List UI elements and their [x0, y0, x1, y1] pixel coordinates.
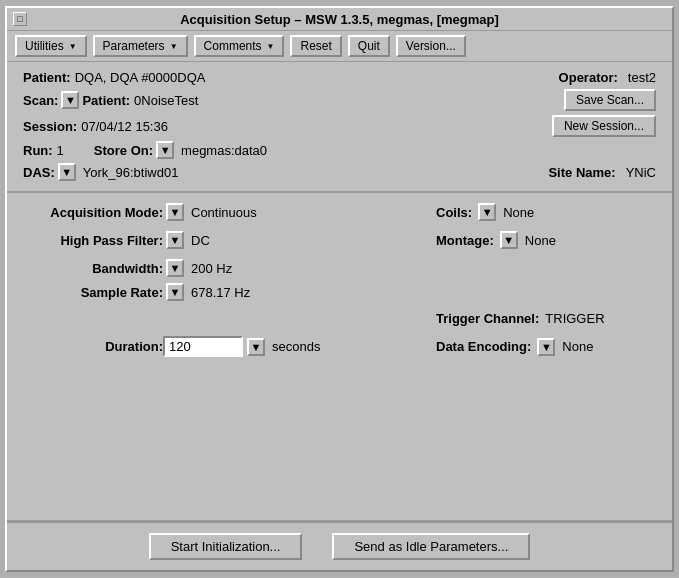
- version-button[interactable]: Version...: [396, 35, 466, 57]
- session-label: Session:: [23, 119, 77, 134]
- scan-patient-value: 0NoiseTest: [134, 93, 198, 108]
- duration-input[interactable]: [163, 336, 243, 357]
- data-encoding-value: None: [562, 339, 593, 354]
- quit-button[interactable]: Quit: [348, 35, 390, 57]
- trigger-row: Trigger Channel: TRIGGER: [23, 311, 656, 326]
- trigger-group: Trigger Channel: TRIGGER: [436, 311, 656, 326]
- content-area: Patient: DQA, DQA #0000DQA Operator: tes…: [7, 62, 672, 570]
- coils-group: Coils: ▼ None: [436, 203, 656, 221]
- bandwidth-label: Bandwidth:: [23, 261, 163, 276]
- duration-label: Duration:: [23, 339, 163, 354]
- sample-rate-dropdown[interactable]: ▼: [166, 283, 184, 301]
- das-row: DAS: ▼ York_96:btiwd01 Site Name: YNiC: [23, 163, 656, 181]
- acq-mode-value: Continuous: [191, 205, 257, 220]
- montage-dropdown[interactable]: ▼: [500, 231, 518, 249]
- utilities-menu[interactable]: Utilities ▼: [15, 35, 87, 57]
- acq-mode-row: Acquisition Mode: ▼ Continuous Coils: ▼ …: [23, 203, 656, 221]
- patient-label: Patient:: [23, 70, 71, 85]
- operator-value: test2: [628, 70, 656, 85]
- high-pass-label: High Pass Filter:: [23, 233, 163, 248]
- parameters-arrow: ▼: [170, 42, 178, 51]
- session-row: Session: 07/04/12 15:36 New Session...: [23, 115, 656, 137]
- site-name-value: YNiC: [626, 165, 656, 180]
- das-value: York_96:btiwd01: [83, 165, 179, 180]
- patient-section: Patient: DQA, DQA #0000DQA Operator: tes…: [7, 62, 672, 193]
- main-window: □ Acquisition Setup – MSW 1.3.5, megmas,…: [5, 6, 674, 572]
- utilities-arrow: ▼: [69, 42, 77, 51]
- parameters-menu[interactable]: Parameters ▼: [93, 35, 188, 57]
- store-on-label: Store On:: [94, 143, 153, 158]
- scan-row: Scan: ▼ Patient: 0NoiseTest Save Scan...: [23, 89, 656, 111]
- data-encoding-dropdown[interactable]: ▼: [537, 338, 555, 356]
- coils-dropdown[interactable]: ▼: [478, 203, 496, 221]
- bandwidth-dropdown[interactable]: ▼: [166, 259, 184, 277]
- sample-rate-label: Sample Rate:: [23, 285, 163, 300]
- menu-bar: Utilities ▼ Parameters ▼ Comments ▼ Rese…: [7, 31, 672, 62]
- run-value: 1: [57, 143, 64, 158]
- acq-mode-label: Acquisition Mode:: [23, 205, 163, 220]
- montage-label: Montage:: [436, 233, 494, 248]
- das-dropdown[interactable]: ▼: [58, 163, 76, 181]
- duration-unit-dropdown[interactable]: ▼: [247, 338, 265, 356]
- operator-group: Operator: test2: [559, 70, 656, 85]
- high-pass-row: High Pass Filter: ▼ DC Montage: ▼ None: [23, 231, 656, 249]
- footer-section: Start Initialization... Send as Idle Par…: [7, 522, 672, 570]
- comments-menu[interactable]: Comments ▼: [194, 35, 285, 57]
- scan-label: Scan:: [23, 93, 58, 108]
- montage-group: Montage: ▼ None: [436, 231, 656, 249]
- comments-arrow: ▼: [267, 42, 275, 51]
- sample-rate-row: Sample Rate: ▼ 678.17 Hz: [23, 283, 656, 301]
- save-scan-button[interactable]: Save Scan...: [564, 89, 656, 111]
- patient-value: DQA, DQA #0000DQA: [75, 70, 206, 85]
- coils-value: None: [503, 205, 534, 220]
- window-icon[interactable]: □: [13, 12, 27, 26]
- title-bar: □ Acquisition Setup – MSW 1.3.5, megmas,…: [7, 8, 672, 31]
- run-label: Run:: [23, 143, 53, 158]
- trigger-value: TRIGGER: [545, 311, 604, 326]
- run-row: Run: 1 Store On: ▼ megmas:data0: [23, 141, 656, 159]
- acquisition-section: Acquisition Mode: ▼ Continuous Coils: ▼ …: [7, 193, 672, 522]
- new-session-button[interactable]: New Session...: [552, 115, 656, 137]
- new-session-group: New Session...: [552, 115, 656, 137]
- session-value: 07/04/12 15:36: [81, 119, 168, 134]
- start-initialization-button[interactable]: Start Initialization...: [149, 533, 303, 560]
- duration-row: Duration: ▼ seconds Data Encoding: ▼ Non…: [23, 336, 656, 357]
- bandwidth-value: 200 Hz: [191, 261, 232, 276]
- reset-button[interactable]: Reset: [290, 35, 341, 57]
- save-scan-group: Save Scan...: [564, 89, 656, 111]
- das-label: DAS:: [23, 165, 55, 180]
- site-name-group: Site Name: YNiC: [548, 165, 656, 180]
- coils-label: Coils:: [436, 205, 472, 220]
- data-encoding-group: Data Encoding: ▼ None: [436, 338, 656, 356]
- high-pass-dropdown[interactable]: ▼: [166, 231, 184, 249]
- store-on-value: megmas:data0: [181, 143, 267, 158]
- store-on-dropdown[interactable]: ▼: [156, 141, 174, 159]
- sample-rate-value: 678.17 Hz: [191, 285, 250, 300]
- data-encoding-label: Data Encoding:: [436, 339, 531, 354]
- montage-value: None: [525, 233, 556, 248]
- operator-label: Operator:: [559, 70, 618, 85]
- high-pass-value: DC: [191, 233, 210, 248]
- site-name-label: Site Name:: [548, 165, 615, 180]
- acq-mode-dropdown[interactable]: ▼: [166, 203, 184, 221]
- send-idle-parameters-button[interactable]: Send as Idle Parameters...: [332, 533, 530, 560]
- bandwidth-row: Bandwidth: ▼ 200 Hz: [23, 259, 656, 277]
- window-title: Acquisition Setup – MSW 1.3.5, megmas, […: [180, 12, 499, 27]
- scan-dropdown[interactable]: ▼: [61, 91, 79, 109]
- patient-row: Patient: DQA, DQA #0000DQA Operator: tes…: [23, 70, 656, 85]
- scan-patient-label: Patient:: [82, 93, 130, 108]
- duration-unit: seconds: [272, 339, 320, 354]
- trigger-label: Trigger Channel:: [436, 311, 539, 326]
